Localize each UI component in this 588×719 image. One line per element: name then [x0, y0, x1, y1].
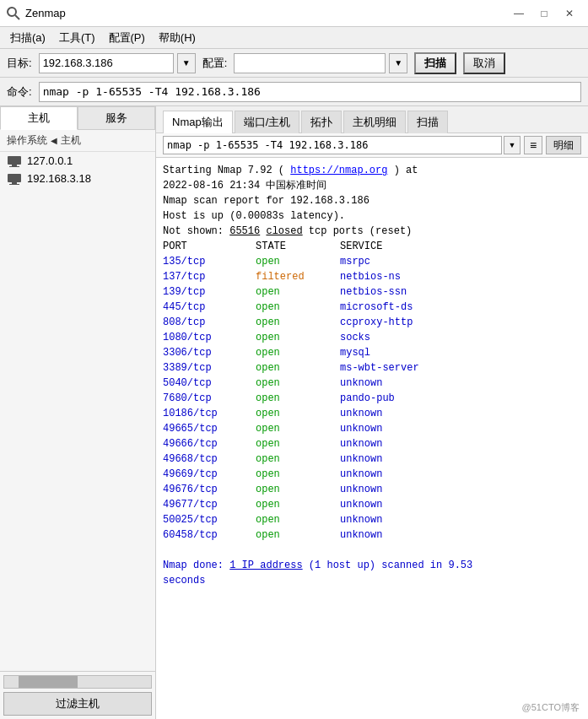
output-line-notshown: Not shown: 65516 closed tcp ports (reset… — [163, 224, 581, 239]
output-line-done: Nmap done: 1 IP address (1 host up) scan… — [163, 558, 581, 573]
state-49666: open — [256, 436, 340, 451]
port-row-137: 137/tcp filtered netbios-ns — [163, 269, 581, 284]
tab-nmap-output[interactable]: Nmap输出 — [163, 111, 233, 133]
tab-service[interactable]: 服务 — [78, 106, 155, 129]
host-ip-2: 192.168.3.18 — [27, 172, 91, 185]
detail-button[interactable]: 明细 — [546, 136, 581, 154]
menu-config[interactable]: 配置(P) — [102, 29, 152, 47]
state-3389: open — [256, 360, 340, 376]
port-row-49676: 49676/tcp open unknown — [163, 482, 581, 497]
output-select-wrap: ▼ — [163, 136, 521, 154]
port-49669: 49669/tcp — [163, 467, 256, 482]
service-137: netbios-ns — [340, 269, 401, 284]
menu-help[interactable]: 帮助(H) — [152, 29, 202, 47]
output-menu-btn[interactable]: ≡ — [524, 136, 542, 154]
horizontal-scrollbar[interactable] — [3, 675, 152, 689]
host-header-label: 主机 — [61, 133, 81, 148]
profile-dropdown-btn[interactable]: ▼ — [389, 53, 407, 73]
output-line-start: Starting Nmap 7.92 ( https://nmap.org ) … — [163, 163, 581, 178]
done-ip: 1 IP address — [229, 560, 302, 571]
nmap-output-area: Starting Nmap 7.92 ( https://nmap.org ) … — [156, 158, 588, 719]
state-10186: open — [256, 406, 340, 421]
service-445: microsoft-ds — [340, 300, 413, 315]
command-input[interactable] — [39, 82, 581, 102]
tab-topology[interactable]: 拓扑 — [301, 111, 342, 133]
left-tabs: 主机 服务 — [0, 106, 155, 130]
menu-bar: 扫描(a) 工具(T) 配置(P) 帮助(H) — [0, 27, 588, 49]
port-row-3306: 3306/tcp open mysql — [163, 345, 581, 360]
port-808: 808/tcp — [163, 315, 256, 330]
port-row-135: 135/tcp open msrpc — [163, 254, 581, 269]
right-panel: Nmap输出 端口/主机 拓扑 主机明细 扫描 ▼ ≡ 明细 Starting … — [156, 106, 588, 719]
port-row-49677: 49677/tcp open unknown — [163, 497, 581, 512]
done-nmap: Nmap done: — [163, 560, 229, 571]
state-5040: open — [256, 376, 340, 391]
state-135: open — [256, 254, 340, 269]
scan-button[interactable]: 扫描 — [414, 52, 456, 74]
service-3306: mysql — [340, 345, 370, 360]
state-49668: open — [256, 451, 340, 467]
tab-scan[interactable]: 扫描 — [407, 111, 448, 133]
command-row: 命令: — [0, 78, 588, 106]
port-49677: 49677/tcp — [163, 497, 256, 512]
tab-host[interactable]: 主机 — [0, 106, 78, 130]
svg-rect-6 — [12, 182, 17, 184]
output-line-report: Nmap scan report for 192.168.3.186 — [163, 193, 581, 208]
state-3306: open — [256, 345, 340, 360]
port-7680: 7680/tcp — [163, 391, 256, 406]
port-row-5040: 5040/tcp open unknown — [163, 376, 581, 391]
host-list-header: 操作系统 ◀ 主机 — [0, 130, 155, 152]
host-list: 127.0.0.1 192.168.3.18 — [0, 152, 155, 671]
menu-tools[interactable]: 工具(T) — [52, 29, 102, 47]
notshown-text1: Not shown: — [163, 225, 229, 237]
service-7680: pando-pub — [340, 391, 395, 406]
port-60458: 60458/tcp — [163, 527, 256, 543]
output-select[interactable] — [163, 136, 502, 154]
port-3389: 3389/tcp — [163, 360, 256, 376]
service-49666: unknown — [340, 436, 382, 451]
output-dropdown-btn[interactable]: ▼ — [504, 136, 521, 154]
profile-input[interactable] — [234, 53, 386, 73]
port-row-445: 445/tcp open microsoft-ds — [163, 300, 581, 315]
output-link[interactable]: https://nmap.org — [290, 165, 387, 176]
menu-scan[interactable]: 扫描(a) — [3, 29, 52, 47]
profile-label: 配置: — [202, 56, 228, 71]
port-row-49666: 49666/tcp open unknown — [163, 436, 581, 451]
host-icon-2 — [7, 173, 22, 185]
command-label: 命令: — [7, 84, 32, 100]
state-49677: open — [256, 497, 340, 512]
svg-rect-7 — [9, 184, 19, 185]
filter-hosts-button[interactable]: 过滤主机 — [3, 692, 152, 716]
col-state-header: STATE — [256, 239, 340, 254]
output-toolbar: ▼ ≡ 明细 — [156, 133, 588, 158]
output-line-hostup: Host is up (0.00083s latency). — [163, 208, 581, 224]
port-50025: 50025/tcp — [163, 512, 256, 527]
port-row-49668: 49668/tcp open unknown — [163, 451, 581, 467]
target-field-wrap: ▼ — [39, 53, 196, 73]
target-dropdown-btn[interactable]: ▼ — [177, 53, 196, 73]
host-icon-1 — [7, 155, 22, 167]
tab-ports-hosts[interactable]: 端口/主机 — [235, 111, 300, 133]
output-text-start2: ) at — [387, 165, 418, 176]
port-445: 445/tcp — [163, 300, 256, 315]
tab-host-detail[interactable]: 主机明细 — [343, 111, 406, 133]
port-139: 139/tcp — [163, 284, 256, 300]
service-135: msrpc — [340, 254, 370, 269]
maximize-button[interactable]: □ — [532, 4, 556, 23]
output-line-seconds: seconds — [163, 573, 581, 588]
service-49676: unknown — [340, 482, 382, 497]
service-139: netbios-ssn — [340, 284, 407, 300]
svg-rect-3 — [12, 165, 17, 166]
host-item-2[interactable]: 192.168.3.18 — [0, 170, 155, 187]
close-button[interactable]: ✕ — [558, 4, 581, 23]
port-135: 135/tcp — [163, 254, 256, 269]
minimize-button[interactable]: — — [507, 4, 531, 23]
target-input[interactable] — [39, 53, 174, 73]
cancel-button[interactable]: 取消 — [463, 52, 505, 74]
port-row-60458: 60458/tcp open unknown — [163, 527, 581, 543]
toolbar: 目标: ▼ 配置: ▼ 扫描 取消 — [0, 49, 588, 78]
host-item-1[interactable]: 127.0.0.1 — [0, 152, 155, 170]
port-49676: 49676/tcp — [163, 482, 256, 497]
title-bar: Zenmap — □ ✕ — [0, 0, 588, 27]
port-row-808: 808/tcp open ccproxy-http — [163, 315, 581, 330]
